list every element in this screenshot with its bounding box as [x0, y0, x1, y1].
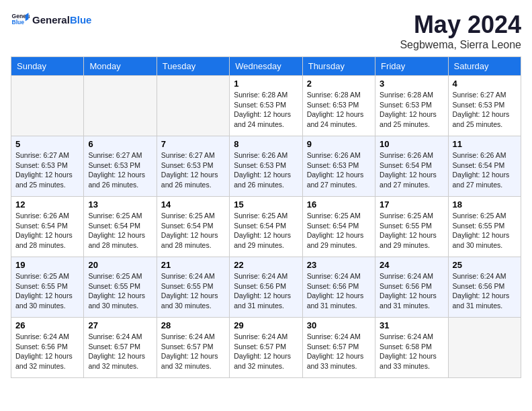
day-number: 12 — [15, 199, 79, 210]
daylight-text: Daylight: 12 hours and 28 minutes. — [15, 231, 73, 249]
day-number: 7 — [161, 139, 225, 149]
weekday-header-sunday: Sunday — [11, 57, 84, 76]
calendar-week-3: 12Sunrise: 6:26 AMSunset: 6:54 PMDayligh… — [11, 197, 521, 257]
day-number: 13 — [88, 199, 152, 210]
daylight-text: Daylight: 12 hours and 26 minutes. — [88, 171, 145, 189]
daylight-text: Daylight: 12 hours and 31 minutes. — [307, 291, 364, 310]
day-number: 19 — [15, 260, 79, 270]
calendar-week-1: 1Sunrise: 6:28 AMSunset: 6:53 PMDaylight… — [11, 76, 521, 136]
calendar-cell: 16Sunrise: 6:25 AMSunset: 6:54 PMDayligh… — [302, 197, 375, 257]
daylight-text: Daylight: 12 hours and 27 minutes. — [380, 171, 437, 189]
calendar-cell: 14Sunrise: 6:25 AMSunset: 6:54 PMDayligh… — [157, 197, 229, 257]
sunrise-text: Sunrise: 6:24 AM — [161, 272, 215, 280]
day-info: Sunrise: 6:24 AMSunset: 6:57 PMDaylight:… — [234, 332, 298, 371]
weekday-header-friday: Friday — [375, 57, 448, 76]
day-info: Sunrise: 6:25 AMSunset: 6:54 PMDaylight:… — [307, 211, 371, 250]
day-info: Sunrise: 6:28 AMSunset: 6:53 PMDaylight:… — [234, 90, 298, 130]
day-info: Sunrise: 6:25 AMSunset: 6:55 PMDaylight:… — [453, 211, 517, 250]
day-info: Sunrise: 6:24 AMSunset: 6:58 PMDaylight:… — [380, 332, 443, 371]
sunrise-text: Sunrise: 6:25 AM — [88, 272, 142, 280]
sunset-text: Sunset: 6:53 PM — [453, 101, 505, 109]
day-info: Sunrise: 6:24 AMSunset: 6:55 PMDaylight:… — [161, 271, 225, 311]
sunrise-text: Sunrise: 6:24 AM — [234, 272, 287, 280]
day-info: Sunrise: 6:24 AMSunset: 6:57 PMDaylight:… — [161, 332, 225, 371]
sunrise-text: Sunrise: 6:24 AM — [15, 332, 69, 340]
sunset-text: Sunset: 6:56 PM — [234, 282, 286, 290]
calendar-cell — [11, 76, 84, 136]
sunrise-text: Sunrise: 6:25 AM — [15, 272, 69, 280]
daylight-text: Daylight: 12 hours and 28 minutes. — [161, 231, 218, 249]
day-number: 17 — [380, 199, 443, 210]
day-info: Sunrise: 6:24 AMSunset: 6:57 PMDaylight:… — [88, 332, 152, 371]
weekday-header-monday: Monday — [84, 57, 157, 76]
sunrise-text: Sunrise: 6:27 AM — [453, 91, 506, 99]
daylight-text: Daylight: 12 hours and 29 minutes. — [307, 231, 364, 249]
day-number: 28 — [161, 320, 225, 330]
calendar-cell: 24Sunrise: 6:24 AMSunset: 6:56 PMDayligh… — [375, 257, 448, 318]
sunset-text: Sunset: 6:55 PM — [88, 282, 140, 290]
calendar-cell: 13Sunrise: 6:25 AMSunset: 6:54 PMDayligh… — [84, 197, 157, 257]
day-info: Sunrise: 6:26 AMSunset: 6:54 PMDaylight:… — [15, 211, 79, 250]
sunset-text: Sunset: 6:53 PM — [88, 161, 140, 169]
sunrise-text: Sunrise: 6:24 AM — [380, 332, 433, 340]
sunrise-text: Sunrise: 6:26 AM — [15, 212, 69, 220]
sunset-text: Sunset: 6:57 PM — [88, 342, 140, 351]
calendar-cell: 28Sunrise: 6:24 AMSunset: 6:57 PMDayligh… — [157, 318, 229, 378]
month-title: May 2024 — [400, 11, 521, 39]
calendar-cell: 23Sunrise: 6:24 AMSunset: 6:56 PMDayligh… — [302, 257, 375, 318]
daylight-text: Daylight: 12 hours and 30 minutes. — [161, 291, 218, 310]
calendar-week-4: 19Sunrise: 6:25 AMSunset: 6:55 PMDayligh… — [11, 257, 521, 318]
sunrise-text: Sunrise: 6:24 AM — [307, 332, 361, 340]
day-number: 29 — [234, 320, 298, 330]
sunrise-text: Sunrise: 6:27 AM — [88, 151, 142, 159]
calendar-cell: 10Sunrise: 6:26 AMSunset: 6:54 PMDayligh… — [375, 136, 448, 197]
weekday-header-row: SundayMondayTuesdayWednesdayThursdayFrid… — [11, 57, 521, 76]
sunrise-text: Sunrise: 6:25 AM — [88, 212, 142, 220]
calendar-cell: 22Sunrise: 6:24 AMSunset: 6:56 PMDayligh… — [230, 257, 302, 318]
location: Segbwema, Sierra Leone — [400, 39, 521, 51]
daylight-text: Daylight: 12 hours and 33 minutes. — [307, 352, 364, 370]
day-info: Sunrise: 6:25 AMSunset: 6:54 PMDaylight:… — [161, 211, 225, 250]
sunset-text: Sunset: 6:53 PM — [161, 161, 214, 169]
daylight-text: Daylight: 12 hours and 27 minutes. — [307, 171, 364, 189]
sunrise-text: Sunrise: 6:25 AM — [453, 212, 506, 220]
sunset-text: Sunset: 6:54 PM — [88, 222, 140, 230]
day-number: 2 — [307, 79, 371, 89]
sunrise-text: Sunrise: 6:24 AM — [307, 272, 361, 280]
daylight-text: Daylight: 12 hours and 25 minutes. — [15, 171, 73, 189]
day-info: Sunrise: 6:25 AMSunset: 6:54 PMDaylight:… — [234, 211, 298, 250]
daylight-text: Daylight: 12 hours and 28 minutes. — [88, 231, 145, 249]
calendar-cell: 7Sunrise: 6:27 AMSunset: 6:53 PMDaylight… — [157, 136, 229, 197]
calendar-cell: 2Sunrise: 6:28 AMSunset: 6:53 PMDaylight… — [302, 76, 375, 136]
day-number: 10 — [380, 139, 443, 149]
day-info: Sunrise: 6:24 AMSunset: 6:56 PMDaylight:… — [307, 271, 371, 311]
day-number: 22 — [234, 260, 298, 270]
sunset-text: Sunset: 6:53 PM — [234, 101, 286, 109]
day-number: 21 — [161, 260, 225, 270]
sunrise-text: Sunrise: 6:26 AM — [307, 151, 361, 159]
daylight-text: Daylight: 12 hours and 29 minutes. — [380, 231, 437, 249]
calendar-cell: 20Sunrise: 6:25 AMSunset: 6:55 PMDayligh… — [84, 257, 157, 318]
daylight-text: Daylight: 12 hours and 31 minutes. — [380, 291, 437, 310]
calendar-cell: 11Sunrise: 6:26 AMSunset: 6:54 PMDayligh… — [448, 136, 521, 197]
sunset-text: Sunset: 6:53 PM — [234, 161, 286, 169]
day-info: Sunrise: 6:26 AMSunset: 6:54 PMDaylight:… — [380, 150, 443, 190]
calendar-cell: 5Sunrise: 6:27 AMSunset: 6:53 PMDaylight… — [11, 136, 84, 197]
daylight-text: Daylight: 12 hours and 30 minutes. — [15, 291, 73, 310]
daylight-text: Daylight: 12 hours and 29 minutes. — [234, 231, 291, 249]
day-info: Sunrise: 6:24 AMSunset: 6:56 PMDaylight:… — [15, 332, 79, 371]
sunset-text: Sunset: 6:55 PM — [380, 222, 432, 230]
title-block: May 2024 Segbwema, Sierra Leone — [400, 11, 521, 51]
sunset-text: Sunset: 6:53 PM — [307, 161, 359, 169]
calendar-cell: 25Sunrise: 6:24 AMSunset: 6:56 PMDayligh… — [448, 257, 521, 318]
day-info: Sunrise: 6:27 AMSunset: 6:53 PMDaylight:… — [15, 150, 79, 190]
day-info: Sunrise: 6:26 AMSunset: 6:54 PMDaylight:… — [453, 150, 517, 190]
sunset-text: Sunset: 6:55 PM — [453, 222, 505, 230]
sunrise-text: Sunrise: 6:25 AM — [307, 212, 361, 220]
calendar-table: SundayMondayTuesdayWednesdayThursdayFrid… — [11, 56, 521, 378]
sunset-text: Sunset: 6:55 PM — [161, 282, 214, 290]
weekday-header-thursday: Thursday — [302, 57, 375, 76]
calendar-cell: 12Sunrise: 6:26 AMSunset: 6:54 PMDayligh… — [11, 197, 84, 257]
sunrise-text: Sunrise: 6:25 AM — [161, 212, 215, 220]
day-number: 6 — [88, 139, 152, 149]
